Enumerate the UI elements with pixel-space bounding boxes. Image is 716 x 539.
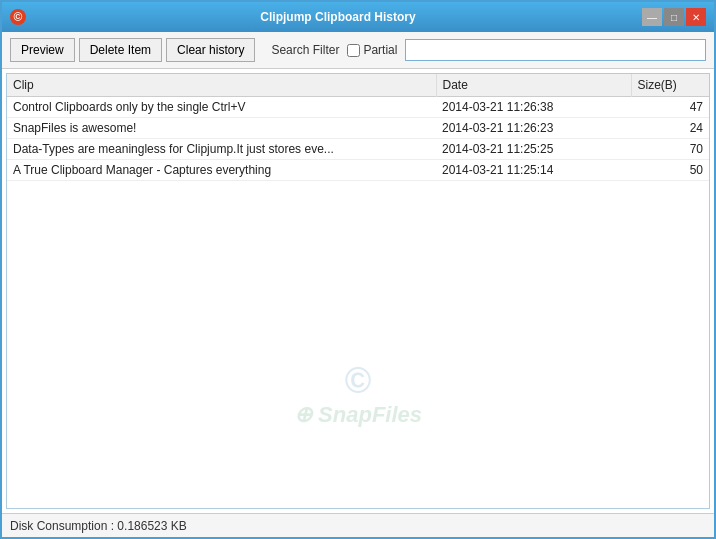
cell-date: 2014-03-21 11:26:38 [436, 97, 631, 118]
cell-date: 2014-03-21 11:26:23 [436, 118, 631, 139]
cell-clip: Control Clipboards only by the single Ct… [7, 97, 436, 118]
cell-clip: A True Clipboard Manager - Captures ever… [7, 160, 436, 181]
disk-consumption-text: Disk Consumption : 0.186523 KB [10, 519, 187, 533]
cell-date: 2014-03-21 11:25:25 [436, 139, 631, 160]
maximize-button[interactable]: □ [664, 8, 684, 26]
cell-date: 2014-03-21 11:25:14 [436, 160, 631, 181]
col-header-date: Date [436, 74, 631, 97]
watermark-text: ⊕ SnapFiles [294, 402, 422, 428]
cell-clip: SnapFiles is awesome! [7, 118, 436, 139]
partial-checkbox[interactable] [347, 44, 360, 57]
partial-label: Partial [363, 43, 397, 57]
cell-size: 24 [631, 118, 709, 139]
window-title: Clipjump Clipboard History [34, 10, 642, 24]
minimize-button[interactable]: — [642, 8, 662, 26]
table-row[interactable]: Control Clipboards only by the single Ct… [7, 97, 709, 118]
title-controls: — □ ✕ [642, 8, 706, 26]
table-row[interactable]: Data-Types are meaningless for Clipjump.… [7, 139, 709, 160]
watermark: © ⊕ SnapFiles [294, 360, 422, 428]
watermark-symbol: © [294, 360, 422, 402]
clear-history-button[interactable]: Clear history [166, 38, 255, 62]
table-row[interactable]: A True Clipboard Manager - Captures ever… [7, 160, 709, 181]
search-input[interactable] [405, 39, 706, 61]
table-row[interactable]: SnapFiles is awesome!2014-03-21 11:26:23… [7, 118, 709, 139]
delete-item-button[interactable]: Delete Item [79, 38, 162, 62]
toolbar: Preview Delete Item Clear history Search… [2, 32, 714, 69]
partial-checkbox-wrapper: Partial [347, 43, 397, 57]
preview-button[interactable]: Preview [10, 38, 75, 62]
cell-size: 70 [631, 139, 709, 160]
table-header-row: Clip Date Size(B) [7, 74, 709, 97]
cell-size: 50 [631, 160, 709, 181]
clip-table: Clip Date Size(B) Control Clipboards onl… [7, 74, 709, 181]
status-bar: Disk Consumption : 0.186523 KB [2, 513, 714, 537]
col-header-size: Size(B) [631, 74, 709, 97]
main-window: © Clipjump Clipboard History — □ ✕ Previ… [0, 0, 716, 539]
title-bar: © Clipjump Clipboard History — □ ✕ [2, 2, 714, 32]
clip-table-container[interactable]: Clip Date Size(B) Control Clipboards onl… [6, 73, 710, 509]
close-button[interactable]: ✕ [686, 8, 706, 26]
col-header-clip: Clip [7, 74, 436, 97]
app-icon: © [10, 9, 26, 25]
cell-clip: Data-Types are meaningless for Clipjump.… [7, 139, 436, 160]
search-filter-label: Search Filter [271, 43, 339, 57]
cell-size: 47 [631, 97, 709, 118]
